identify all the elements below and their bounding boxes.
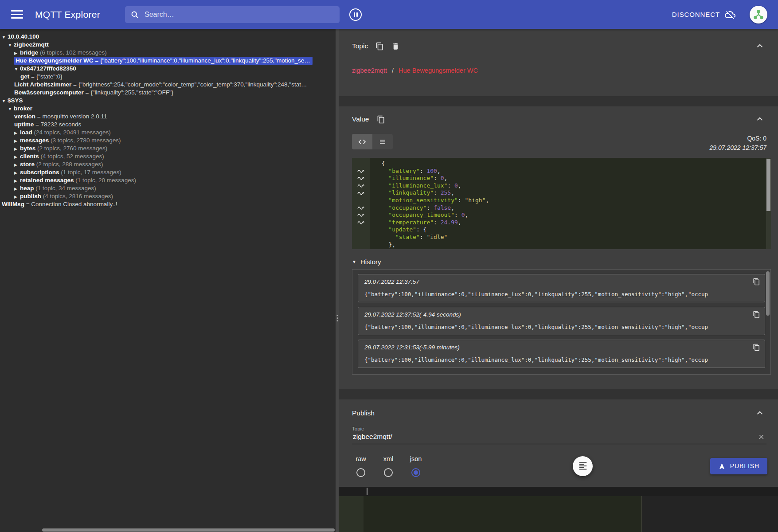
publish-button[interactable]: PUBLISH bbox=[710, 458, 767, 474]
json-line-gutter bbox=[352, 168, 370, 175]
tree-row[interactable]: ▶clients (4 topics, 52 messages) bbox=[0, 153, 336, 160]
tree-horizontal-scrollbar[interactable] bbox=[42, 528, 335, 532]
history-entry-payload: {"battery":100,"illuminance":0,"illumina… bbox=[364, 291, 745, 297]
tree-row[interactable]: Bewässerungscomputer = {"linkquality":25… bbox=[0, 89, 336, 97]
collapse-publish-button[interactable] bbox=[755, 408, 765, 418]
tree-row[interactable]: Hue Bewegungsmelder WC = {"battery":100,… bbox=[0, 57, 336, 65]
tree-toggle-arrow[interactable]: ▼ bbox=[2, 33, 8, 41]
radio-icon[interactable] bbox=[384, 468, 393, 477]
tree-topic-meta: (1 topic, 20 messages) bbox=[74, 177, 136, 184]
tree-toggle-arrow[interactable]: ▶ bbox=[14, 137, 20, 145]
tree-topic-name: get bbox=[20, 73, 29, 80]
history-entry-timestamp: 29.07.2022 12:31:53(-5.99 minutes) bbox=[364, 344, 745, 351]
disconnect-button[interactable]: DISCONNECT bbox=[669, 9, 738, 20]
tree-row[interactable]: ▶retained messages (1 topic, 20 messages… bbox=[0, 176, 336, 184]
breadcrumb-topic[interactable]: zigbee2mqtt bbox=[352, 67, 387, 74]
tree-toggle-arrow[interactable]: ▶ bbox=[14, 193, 20, 200]
tree-toggle-arrow[interactable]: ▶ bbox=[14, 49, 20, 57]
json-line-gutter bbox=[352, 160, 370, 168]
json-line-gutter bbox=[352, 189, 370, 197]
json-line: }, bbox=[352, 241, 771, 249]
tree-row[interactable]: ▶heap (1 topic, 34 messages) bbox=[0, 184, 336, 192]
cloud-off-icon bbox=[725, 9, 735, 20]
tree-row[interactable]: uptime = 78232 seconds bbox=[0, 121, 336, 129]
tree-toggle-arrow[interactable]: ▶ bbox=[14, 161, 20, 168]
copy-topic-button[interactable] bbox=[375, 42, 384, 51]
pause-button[interactable] bbox=[349, 8, 362, 21]
tree-topic-name: bridge bbox=[20, 49, 38, 56]
tree-row[interactable]: ▶bytes (2 topics, 2760 messages) bbox=[0, 145, 336, 153]
tree-topic-value: = {"state":0} bbox=[29, 73, 63, 80]
tree-row[interactable]: ▶publish (4 topics, 2816 messages) bbox=[0, 192, 336, 200]
radio-icon[interactable] bbox=[411, 468, 420, 477]
topic-tree-panel: ▼10.0.40.100▼zigbee2mqtt▶bridge (6 topic… bbox=[0, 29, 336, 532]
publish-topic-label: Topic bbox=[352, 426, 778, 431]
format-option[interactable]: xml bbox=[379, 455, 397, 477]
copy-history-entry-button[interactable] bbox=[753, 278, 760, 287]
tree-toggle-arrow[interactable]: ▼ bbox=[14, 65, 20, 73]
copy-icon bbox=[377, 115, 385, 124]
tree-topic-name: clients bbox=[20, 153, 39, 160]
payload-editor[interactable] bbox=[339, 487, 778, 532]
publish-section-title: Publish bbox=[352, 409, 375, 417]
copy-history-entry-button[interactable] bbox=[753, 311, 760, 320]
chevron-up-icon bbox=[755, 41, 765, 51]
collapse-value-button[interactable] bbox=[755, 114, 765, 124]
diff-view-button[interactable] bbox=[372, 134, 393, 149]
breadcrumb-leaf[interactable]: Hue Bewegungsmelder WC bbox=[399, 67, 478, 74]
value-scrollbar[interactable] bbox=[766, 158, 771, 249]
tree-toggle-arrow[interactable]: ▶ bbox=[14, 177, 20, 184]
tree-toggle-arrow[interactable]: ▶ bbox=[14, 129, 20, 137]
breadcrumb: zigbee2mqtt / Hue Bewegungsmelder WC bbox=[352, 67, 765, 74]
tree-topic-value: = {"battery":100,"illuminance":0,"illumi… bbox=[94, 57, 310, 64]
tree-row[interactable]: WillMsg = Connection Closed abnormally..… bbox=[0, 200, 336, 208]
tree-row[interactable]: ▼$SYS bbox=[0, 97, 336, 105]
value-scrollbar-thumb[interactable] bbox=[766, 159, 770, 211]
tree-row[interactable]: ▼10.0.40.100 bbox=[0, 33, 336, 41]
json-line: "temperature": 24.99, bbox=[352, 219, 771, 227]
format-option[interactable]: raw bbox=[352, 455, 370, 477]
history-entry: 29.07.2022 12:37:57 {"battery":100,"illu… bbox=[358, 274, 765, 302]
raw-view-button[interactable] bbox=[352, 134, 372, 149]
tree-toggle-arrow[interactable]: ▶ bbox=[14, 169, 20, 176]
tree-row[interactable]: ▶messages (3 topics, 2780 messages) bbox=[0, 137, 336, 145]
tree-toggle-arrow[interactable]: ▼ bbox=[8, 41, 14, 49]
collapse-topic-button[interactable] bbox=[755, 41, 765, 51]
tree-topic-name: Hue Bewegungsmelder WC bbox=[16, 57, 94, 64]
tree-row[interactable]: ▼0x847127fffed82350 bbox=[0, 65, 336, 73]
sparkline-icon bbox=[357, 169, 364, 173]
panel-splitter[interactable] bbox=[336, 29, 339, 532]
history-entry-payload: {"battery":100,"illuminance":0,"illumina… bbox=[364, 356, 745, 363]
radio-icon[interactable] bbox=[356, 468, 365, 477]
history-entry: 29.07.2022 12:31:53(-5.99 minutes) {"bat… bbox=[358, 340, 765, 368]
tree-row[interactable]: get = {"state":0} bbox=[0, 73, 336, 81]
format-option[interactable]: json bbox=[407, 455, 425, 477]
format-payload-fab[interactable] bbox=[573, 456, 593, 476]
tree-row[interactable]: Licht Arbeitszimmer = {"brightness":254,… bbox=[0, 81, 336, 89]
chevron-up-icon bbox=[755, 114, 765, 124]
history-scrollbar-thumb[interactable] bbox=[766, 271, 770, 316]
tree-toggle-arrow[interactable]: ▼ bbox=[8, 105, 14, 113]
connection-avatar[interactable] bbox=[750, 6, 767, 23]
menu-icon[interactable] bbox=[11, 10, 23, 19]
tree-row[interactable]: ▶store (2 topics, 288 messages) bbox=[0, 160, 336, 168]
tree-row[interactable]: ▼broker bbox=[0, 105, 336, 113]
tree-row[interactable]: ▶load (24 topics, 20491 messages) bbox=[0, 129, 336, 137]
copy-history-entry-button[interactable] bbox=[753, 344, 760, 352]
history-header[interactable]: ▼ History bbox=[352, 258, 778, 266]
delete-topic-button[interactable] bbox=[391, 42, 400, 51]
tree-toggle-arrow[interactable]: ▶ bbox=[14, 185, 20, 192]
tree-toggle-arrow[interactable]: ▶ bbox=[14, 153, 20, 160]
tree-toggle-arrow[interactable]: ▼ bbox=[2, 97, 8, 105]
publish-topic-input[interactable] bbox=[352, 432, 756, 441]
tree-toggle-arrow[interactable]: ▶ bbox=[14, 145, 20, 153]
copy-value-button[interactable] bbox=[377, 115, 385, 124]
tree-row[interactable]: ▶bridge (6 topics, 102 messages) bbox=[0, 49, 336, 57]
tree-row[interactable]: ▶subscriptions (1 topic, 17 messages) bbox=[0, 168, 336, 176]
sparkline-icon bbox=[357, 220, 364, 225]
value-section-title: Value bbox=[352, 115, 369, 123]
search-input[interactable] bbox=[144, 10, 334, 19]
tree-row[interactable]: ▼zigbee2mqtt bbox=[0, 41, 336, 49]
clear-topic-button[interactable] bbox=[756, 434, 766, 440]
tree-row[interactable]: version = mosquitto version 2.0.11 bbox=[0, 113, 336, 121]
